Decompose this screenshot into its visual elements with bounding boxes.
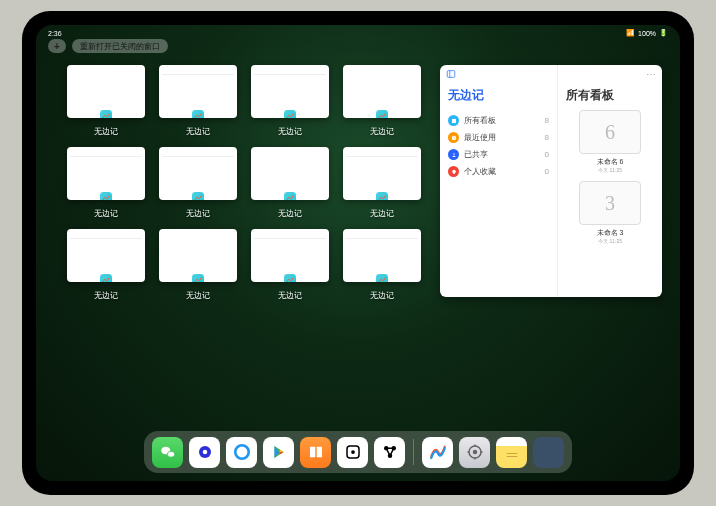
freeform-app-icon <box>191 191 205 200</box>
status-bar: 2:36 📶 100% 🔋 <box>36 25 680 39</box>
dock <box>144 431 572 473</box>
window-thumb <box>251 65 329 118</box>
window-thumb <box>67 65 145 118</box>
svg-point-9 <box>235 445 249 459</box>
window-label: 无边记 <box>278 290 302 301</box>
window-item[interactable]: 无边记 <box>342 229 422 301</box>
sidebar-title: 无边记 <box>448 87 549 104</box>
freeform-app-icon <box>283 109 297 118</box>
sidebar-item[interactable]: 个人收藏0 <box>448 163 549 180</box>
sidebar-item-count: 0 <box>545 150 549 159</box>
window-item[interactable]: 无边记 <box>66 229 146 301</box>
content-title: 所有看板 <box>566 87 654 104</box>
window-item[interactable]: 无边记 <box>250 147 330 219</box>
dock-divider <box>413 439 414 465</box>
signal-icon: 📶 <box>626 29 635 37</box>
sidebar: 无边记 所有看板8最近使用8已共享0个人收藏0 <box>440 65 558 297</box>
battery-label: 100% <box>638 30 656 37</box>
sidebar-item[interactable]: 最近使用8 <box>448 129 549 146</box>
sidebar-item-label: 个人收藏 <box>464 166 496 177</box>
window-thumb <box>159 147 237 200</box>
window-thumb <box>159 65 237 118</box>
board-preview: 3 <box>579 181 641 225</box>
svg-point-4 <box>453 153 455 155</box>
window-item[interactable]: 无边记 <box>158 65 238 137</box>
freeform-app-icon <box>191 109 205 118</box>
dock-settings-icon[interactable] <box>459 437 490 468</box>
window-label: 无边记 <box>186 290 210 301</box>
sidebar-item-icon <box>448 115 459 126</box>
content-panel: 所有看板 6未命名 6今天 11:253未命名 3今天 11:25 <box>558 65 662 297</box>
dock-books-icon[interactable] <box>300 437 331 468</box>
status-right: 📶 100% 🔋 <box>626 29 668 37</box>
svg-rect-0 <box>447 71 455 78</box>
board-preview: 6 <box>579 110 641 154</box>
sidebar-item[interactable]: 已共享0 <box>448 146 549 163</box>
ipad-frame: 2:36 📶 100% 🔋 + 重新打开已关闭的窗口 无边记无边记无边记无边记无… <box>22 11 694 495</box>
screen: 2:36 📶 100% 🔋 + 重新打开已关闭的窗口 无边记无边记无边记无边记无… <box>36 25 680 481</box>
svg-point-11 <box>351 450 355 454</box>
sidebar-item-label: 所有看板 <box>464 115 496 126</box>
window-thumb <box>343 229 421 282</box>
more-icon[interactable]: ⋯ <box>646 69 656 80</box>
window-thumb <box>159 229 237 282</box>
freeform-app-icon <box>283 191 297 200</box>
sidebar-item-icon <box>448 132 459 143</box>
board-card[interactable]: 6未命名 6今天 11:25 <box>570 110 649 173</box>
sidebar-item-count: 8 <box>545 133 549 142</box>
window-label: 无边记 <box>370 290 394 301</box>
window-item[interactable]: 无边记 <box>342 147 422 219</box>
plus-icon: + <box>54 41 60 52</box>
window-item[interactable]: 无边记 <box>250 229 330 301</box>
window-item[interactable]: 无边记 <box>66 65 146 137</box>
window-thumb <box>67 229 145 282</box>
freeform-app-icon <box>99 191 113 200</box>
window-thumb <box>251 229 329 282</box>
dock-wechat-icon[interactable] <box>152 437 183 468</box>
board-name: 未命名 3 <box>597 228 624 238</box>
freeform-app-icon <box>99 109 113 118</box>
freeform-app-icon <box>375 109 389 118</box>
dock-play-icon[interactable] <box>263 437 294 468</box>
battery-icon: 🔋 <box>659 29 668 37</box>
window-item[interactable]: 无边记 <box>158 147 238 219</box>
dock-quark-icon[interactable] <box>189 437 220 468</box>
freeform-app-icon <box>99 273 113 282</box>
app-expose: 无边记无边记无边记无边记无边记无边记无边记无边记无边记无边记无边记无边记 ⋯ 无… <box>66 65 650 421</box>
dock-dice-icon[interactable] <box>337 437 368 468</box>
window-label: 无边记 <box>370 208 394 219</box>
main-window[interactable]: ⋯ 无边记 所有看板8最近使用8已共享0个人收藏0 所有看板 6未命名 6今天 … <box>440 65 662 421</box>
dock-recent-folder-icon[interactable] <box>533 437 564 468</box>
dock-freeform-icon[interactable] <box>422 437 453 468</box>
freeform-app-icon <box>191 273 205 282</box>
window-thumb <box>251 147 329 200</box>
sidebar-item-label: 已共享 <box>464 149 488 160</box>
dock-control-icon[interactable] <box>374 437 405 468</box>
window-thumb <box>67 147 145 200</box>
window-item[interactable]: 无边记 <box>158 229 238 301</box>
window-label: 无边记 <box>186 208 210 219</box>
sidebar-toggle-icon[interactable] <box>446 69 456 79</box>
sidebar-item-count: 0 <box>545 167 549 176</box>
new-window-button[interactable]: + <box>48 39 66 53</box>
window-item[interactable]: 无边记 <box>66 147 146 219</box>
dock-notes-icon[interactable] <box>496 437 527 468</box>
reopen-closed-window-button[interactable]: 重新打开已关闭的窗口 <box>72 39 168 53</box>
titlebar: ⋯ <box>440 65 662 83</box>
svg-point-8 <box>202 450 207 455</box>
window-item[interactable]: 无边记 <box>342 65 422 137</box>
window-label: 无边记 <box>94 126 118 137</box>
board-name: 未命名 6 <box>597 157 624 167</box>
board-date: 今天 11:25 <box>598 167 622 173</box>
freeform-app-icon <box>283 273 297 282</box>
main-window-thumb: ⋯ 无边记 所有看板8最近使用8已共享0个人收藏0 所有看板 6未命名 6今天 … <box>440 65 662 297</box>
window-label: 无边记 <box>278 126 302 137</box>
svg-rect-2 <box>452 119 456 123</box>
board-card[interactable]: 3未命名 3今天 11:25 <box>570 181 649 244</box>
window-label: 无边记 <box>370 126 394 137</box>
window-label: 无边记 <box>278 208 302 219</box>
window-item[interactable]: 无边记 <box>250 65 330 137</box>
dock-qq-browser-icon[interactable] <box>226 437 257 468</box>
sidebar-item[interactable]: 所有看板8 <box>448 112 549 129</box>
top-controls: + 重新打开已关闭的窗口 <box>48 39 168 53</box>
